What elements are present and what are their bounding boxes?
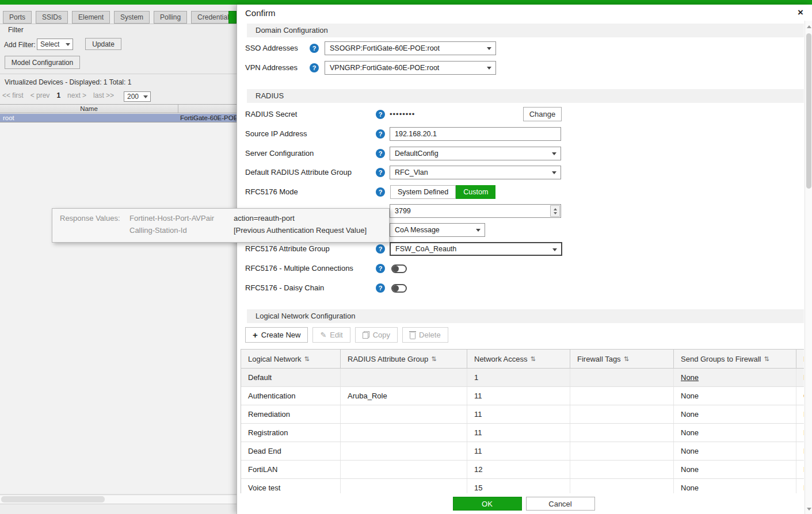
- header-label: Logical Network: [248, 355, 302, 363]
- cell-firewall-tags: [570, 424, 674, 442]
- horizontal-scrollbar[interactable]: [0, 494, 237, 504]
- default-radius-attribute-group-dropdown[interactable]: RFC_Vlan: [390, 166, 561, 179]
- spin-down-icon[interactable]: [554, 212, 557, 214]
- help-icon[interactable]: ?: [310, 44, 319, 53]
- rfc5176-port-spinner[interactable]: 3799: [390, 204, 561, 218]
- source-ip-input[interactable]: 192.168.20.1: [390, 127, 561, 141]
- cell-clipped: D: [796, 405, 804, 423]
- mode-system-defined-button[interactable]: System Defined: [390, 185, 456, 199]
- table-row[interactable]: Dead End 11 None N: [241, 442, 804, 461]
- plus-icon: +: [253, 330, 258, 340]
- help-icon[interactable]: ?: [376, 168, 385, 177]
- update-button[interactable]: Update: [85, 38, 121, 50]
- background-panel: Ports SSIDs Element System Polling Crede…: [0, 5, 237, 514]
- coa-message-dropdown[interactable]: CoA Message: [390, 223, 485, 237]
- add-filter-select[interactable]: Select: [37, 39, 73, 50]
- help-icon[interactable]: ?: [376, 264, 385, 273]
- server-configuration-dropdown[interactable]: DefaultConfig: [390, 147, 561, 160]
- rfc5176-attribute-group-dropdown[interactable]: FSW_CoA_Reauth: [390, 242, 562, 256]
- tab-ports[interactable]: Ports: [3, 11, 32, 24]
- spinner-buttons[interactable]: [550, 205, 560, 217]
- help-icon[interactable]: ?: [376, 110, 385, 119]
- scroll-up-icon[interactable]: [807, 25, 811, 28]
- tab-element[interactable]: Element: [72, 11, 110, 24]
- help-icon[interactable]: ?: [376, 244, 385, 254]
- page-size-select[interactable]: 200: [124, 91, 151, 102]
- cell-radius-attribute-group: [341, 479, 467, 493]
- header-radius-attribute-group[interactable]: RADIUS Attribute Group⇅: [341, 350, 467, 368]
- change-secret-button[interactable]: Change: [523, 107, 562, 121]
- sso-addresses-dropdown[interactable]: SSOGRP:FortiGate-60E-POE:root: [325, 41, 496, 55]
- horizontal-scrollbar-thumb[interactable]: [1, 496, 105, 503]
- add-filter-select-value: Select: [40, 40, 59, 48]
- header-clipped-column[interactable]: R: [796, 350, 804, 368]
- server-configuration-row: Server Configuration ? DefaultConfig: [237, 146, 805, 161]
- vpn-addresses-dropdown[interactable]: VPNGRP:FortiGate-60E-POE:root: [325, 61, 496, 75]
- tab-ssids[interactable]: SSIDs: [36, 11, 68, 24]
- cell-logical-network: Dead End: [241, 442, 341, 460]
- help-icon[interactable]: ?: [376, 129, 385, 139]
- pager-first[interactable]: << first: [2, 91, 24, 99]
- delete-button[interactable]: Delete: [402, 327, 448, 343]
- help-icon[interactable]: ?: [310, 63, 319, 72]
- header-label: Network Access: [474, 355, 527, 363]
- cancel-button[interactable]: Cancel: [526, 497, 595, 511]
- daisy-chain-toggle[interactable]: [391, 284, 407, 293]
- device-row-root[interactable]: root FortiGate-60E-POE: [0, 114, 237, 122]
- model-configuration-button[interactable]: Model Configuration: [5, 56, 80, 69]
- sort-icon[interactable]: ⇅: [304, 355, 310, 363]
- pager-next[interactable]: next >: [67, 91, 86, 99]
- table-row[interactable]: Voice test 15 None N: [241, 479, 804, 493]
- cell-send-groups: None: [674, 442, 796, 460]
- sort-icon[interactable]: ⇅: [431, 355, 436, 363]
- create-new-button[interactable]: + Create New: [245, 327, 308, 343]
- cell-network-access: 15: [467, 479, 570, 493]
- cell-radius-attribute-group: [341, 424, 467, 442]
- table-row[interactable]: Authentication Aruba_Role 11 None C: [241, 387, 804, 405]
- header-firewall-tags[interactable]: Firewall Tags⇅: [570, 350, 674, 368]
- chevron-down-icon: [487, 47, 491, 50]
- copy-button[interactable]: Copy: [355, 327, 398, 343]
- multiple-connections-row: RFC5176 - Multiple Connections ?: [237, 261, 805, 276]
- tooltip-attribute-1: Fortinet-Host-Port-AVPair: [129, 214, 214, 223]
- delete-label: Delete: [419, 331, 441, 339]
- tab-polling[interactable]: Polling: [154, 11, 187, 24]
- vertical-scrollbar[interactable]: [805, 21, 812, 514]
- header-send-groups-to-firewall[interactable]: Send Groups to Firewall⇅: [674, 350, 796, 368]
- multiple-connections-toggle[interactable]: [391, 264, 407, 273]
- header-network-access[interactable]: Network Access⇅: [467, 350, 570, 368]
- cell-clipped: N: [796, 369, 804, 386]
- name-column-header[interactable]: Name: [0, 105, 178, 113]
- help-icon[interactable]: ?: [376, 283, 385, 293]
- sort-icon[interactable]: ⇅: [530, 355, 535, 363]
- table-row[interactable]: Remediation 11 None D: [241, 405, 804, 424]
- cell-clipped: N: [796, 479, 804, 493]
- dialog-title: Confirm: [245, 8, 276, 18]
- rfc5176-mode-label: RFC5176 Mode: [245, 185, 298, 200]
- pager-last[interactable]: last >>: [93, 91, 114, 99]
- vertical-scrollbar-thumb[interactable]: [806, 33, 811, 189]
- cell-send-groups: None: [674, 461, 796, 478]
- table-row[interactable]: Default 1 None N: [241, 369, 804, 387]
- tab-system[interactable]: System: [114, 11, 150, 24]
- sort-icon[interactable]: ⇅: [624, 355, 629, 363]
- table-row[interactable]: Registration 11 None N: [241, 424, 804, 442]
- section-domain-configuration: Domain Configuration: [247, 24, 804, 37]
- header-logical-network[interactable]: Logical Network⇅: [241, 350, 341, 368]
- spin-up-icon[interactable]: [554, 208, 557, 210]
- cell-send-groups: None: [674, 424, 796, 442]
- device-model: FortiGate-60E-POE: [180, 114, 238, 122]
- tab-selected-partial[interactable]: [228, 11, 237, 24]
- sort-icon[interactable]: ⇅: [764, 355, 769, 363]
- mode-custom-button[interactable]: Custom: [456, 185, 495, 199]
- chevron-down-icon: [143, 95, 148, 98]
- close-icon[interactable]: ×: [795, 6, 806, 19]
- help-icon[interactable]: ?: [376, 149, 385, 158]
- help-icon[interactable]: ?: [376, 187, 385, 197]
- scroll-down-icon[interactable]: [807, 508, 811, 511]
- radius-secret-row: RADIUS Secret ? •••••••• Change: [237, 107, 805, 122]
- table-row[interactable]: FortiLAN 12 None N: [241, 461, 804, 479]
- edit-button[interactable]: ✎ Edit: [312, 327, 350, 343]
- pager-prev[interactable]: < prev: [31, 91, 50, 99]
- ok-button[interactable]: OK: [453, 497, 522, 511]
